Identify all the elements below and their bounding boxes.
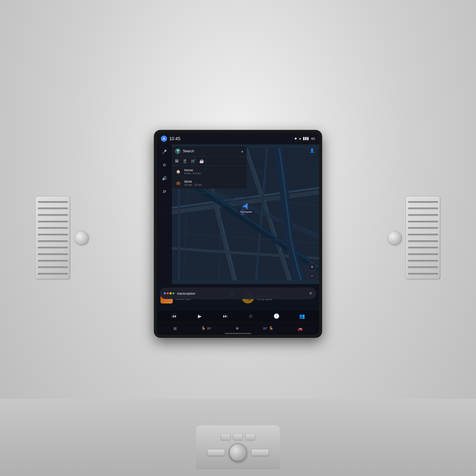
transcription-bar: transcription ✕ <box>160 288 316 299</box>
history-button[interactable]: 🕐 <box>272 312 281 321</box>
left-vent-knob[interactable] <box>75 231 88 245</box>
category-row: 🏛 🍴 🛒 ☕ <box>172 156 247 166</box>
control-btn-left-3[interactable] <box>245 433 255 440</box>
transcription-text: transcription <box>177 291 306 295</box>
status-icons: ✱ ➤ ▋▋▋ 4G <box>294 137 315 140</box>
search-text: Search <box>183 149 238 153</box>
next-button[interactable]: ⏭ <box>221 312 230 321</box>
lower-dashboard <box>0 399 476 476</box>
home-dest-icon: 🏠 <box>175 168 182 175</box>
left-sidebar: 🎤 ⚙ 🔊 ⇄ <box>157 144 172 284</box>
sidebar-volume-icon[interactable]: 🔊 <box>160 174 168 182</box>
right-vent-knob[interactable] <box>388 231 401 245</box>
home-indicator[interactable] <box>225 333 251 334</box>
chevron-up-icon[interactable]: ▲ <box>241 149 244 153</box>
google-assistant-dots <box>164 292 174 294</box>
playback-row: ⏮ ▶ ⏭ ☆ 🕐 👥 <box>157 310 319 322</box>
dot-yellow <box>170 292 172 294</box>
screen: A 10:45 ✱ ➤ ▋▋▋ 4G <box>157 133 319 335</box>
status-right: ✱ ➤ ▋▋▋ 4G <box>294 137 315 140</box>
control-btn-long[interactable] <box>207 449 225 456</box>
category-shop-icon[interactable]: 🛒 <box>191 159 196 164</box>
svg-point-20 <box>177 150 178 151</box>
left-temp-value: 22° <box>207 327 212 330</box>
maps-logo-icon <box>175 148 181 154</box>
car-settings-button[interactable]: 🚗 <box>298 326 303 331</box>
profile-icon-button[interactable]: 👤 <box>308 147 316 154</box>
sidebar-mic-icon[interactable]: 🎤 <box>160 148 168 156</box>
screen-bezel: A 10:45 ✱ ➤ ▋▋▋ 4G <box>154 130 322 337</box>
volume-knob[interactable] <box>229 444 247 461</box>
location-label: Hässelgatan <box>239 210 254 214</box>
control-buttons-row <box>221 433 255 440</box>
status-bar: A 10:45 ✱ ➤ ▋▋▋ 4G <box>157 133 319 144</box>
right-seat-temp[interactable]: 22° 🪑 <box>263 326 274 331</box>
category-food-icon[interactable]: 🍴 <box>183 159 187 164</box>
map-controls: + − <box>308 263 316 280</box>
right-temp-value: 22° <box>263 327 268 330</box>
right-seat-icon: 🪑 <box>269 326 273 331</box>
dot-green <box>172 292 174 294</box>
sidebar-route-icon[interactable]: ⇄ <box>160 187 168 195</box>
dot-blue <box>164 292 166 294</box>
left-seat-temp[interactable]: 🪑 22° <box>201 326 212 331</box>
navigation-icon: ➤ <box>299 137 302 140</box>
play-button[interactable]: ▶ <box>195 312 204 321</box>
car-interior: A 10:45 ✱ ➤ ▋▋▋ 4G <box>0 0 476 476</box>
status-left: A 10:45 <box>161 136 180 142</box>
grid-icon: ⊞ <box>173 326 177 331</box>
sidebar-settings-icon[interactable]: ⚙ <box>160 161 168 169</box>
destination-work[interactable]: 💼 Work 16 min · 12 km <box>172 177 247 189</box>
navigation-arrow <box>243 203 249 209</box>
category-gas-icon[interactable]: 🏛 <box>175 159 179 164</box>
control-btn-long-right[interactable] <box>251 449 269 456</box>
category-coffee-icon[interactable]: ☕ <box>199 159 204 164</box>
signal-icon: ▋▋▋ <box>303 137 309 140</box>
car-icon: 🚗 <box>298 326 303 331</box>
center-console <box>196 425 280 469</box>
maps-panel: Search ▲ 🏛 🍴 🛒 ☕ 🏠 Home 9 min · 6.4 km <box>172 146 247 189</box>
android-auto-icon: A <box>161 136 167 142</box>
destination-home[interactable]: 🏠 Home 9 min · 6.4 km <box>172 166 247 177</box>
right-vent <box>406 196 441 280</box>
home-dest-info: Home 9 min · 6.4 km <box>184 168 244 175</box>
work-dest-info: Work 16 min · 12 km <box>184 180 244 187</box>
fan-icon: ❄ <box>236 326 239 331</box>
contacts-button[interactable]: 👥 <box>298 312 306 321</box>
profile-icon: 👤 <box>310 148 314 153</box>
network-label: 4G <box>311 137 315 140</box>
home-dest-name: Home <box>184 168 244 172</box>
clock: 10:45 <box>169 136 180 141</box>
work-dest-name: Work <box>184 180 244 183</box>
work-dest-detail: 16 min · 12 km <box>184 183 244 187</box>
work-dest-icon: 💼 <box>175 180 182 187</box>
left-vent <box>35 196 70 280</box>
zoom-in-button[interactable]: + <box>308 263 316 271</box>
zoom-out-button[interactable]: − <box>308 272 316 280</box>
fan-control[interactable]: ❄ <box>236 326 239 331</box>
transcription-close-button[interactable]: ✕ <box>309 291 312 296</box>
control-btn-left-1[interactable] <box>221 433 231 440</box>
control-btn-left-2[interactable] <box>233 433 243 440</box>
grid-button[interactable]: ⊞ <box>173 326 177 331</box>
favorite-button[interactable]: ☆ <box>246 312 255 321</box>
left-seat-icon: 🪑 <box>201 326 206 331</box>
home-dest-detail: 9 min · 6.4 km <box>184 172 244 175</box>
maps-search-bar[interactable]: Search ▲ <box>172 146 247 156</box>
prev-button[interactable]: ⏮ <box>170 312 178 321</box>
dot-red <box>167 292 169 294</box>
bluetooth-icon: ✱ <box>294 137 297 140</box>
